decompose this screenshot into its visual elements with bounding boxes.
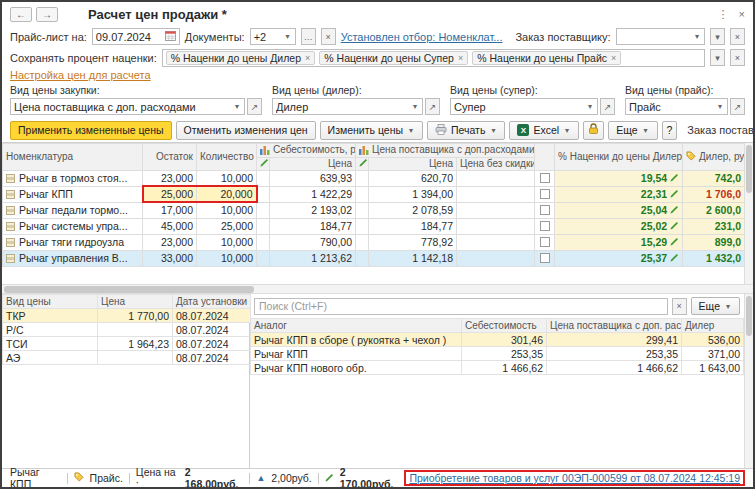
list-item[interactable]: Р/С 08.07.2024 xyxy=(3,323,251,337)
search-input[interactable] xyxy=(254,298,668,315)
menu-icon[interactable]: ⋮ xyxy=(718,8,729,21)
page-title: Расчет цен продажи * xyxy=(88,7,227,22)
documents-select[interactable]: +2 ▾ xyxy=(250,28,296,45)
markup-tags-row: Сохранять процент наценки: % Наценки до … xyxy=(2,47,753,68)
markup-tag[interactable]: % Наценки до цены Прайс × xyxy=(472,51,621,65)
help-button[interactable]: ? xyxy=(662,121,678,140)
row-checkbox[interactable] xyxy=(540,205,550,215)
col-analog[interactable]: Аналог xyxy=(251,319,462,333)
col-supplier-group[interactable]: Цена поставщика с доп.расходами, руб. xyxy=(356,144,535,158)
table-row[interactable]: Рычаг тяги гидроузла 23,000 10,000 790,0… xyxy=(3,234,745,250)
price-calc-table: Номенклатура Остаток Количество Себестои… xyxy=(2,143,745,267)
open-price-kind-button[interactable]: ↗ xyxy=(600,98,615,115)
col-dealer[interactable]: Дилер, руб. xyxy=(683,144,745,171)
list-item[interactable]: ТКР 1 770,00 08.07.2024 xyxy=(3,309,251,323)
chevron-down-icon[interactable]: ▾ xyxy=(284,32,292,41)
remove-tag-icon[interactable]: × xyxy=(305,53,310,63)
scrollbar-thumb[interactable] xyxy=(4,286,254,293)
pencil-icon xyxy=(325,472,334,484)
search-clear-button[interactable]: × xyxy=(672,298,687,315)
documents-clear-button[interactable]: × xyxy=(321,28,336,45)
list-price-kind-select[interactable]: Прайс ▾ xyxy=(625,98,728,115)
col-cost-edit xyxy=(257,157,270,170)
more-button[interactable]: Еще▾ xyxy=(608,121,657,140)
toolbar: Применить измененные цены Отменить измен… xyxy=(2,118,753,142)
analogs-more-button[interactable]: Еще▾ xyxy=(691,297,740,315)
documents-choose-button[interactable]: … xyxy=(301,28,316,45)
super-price-kind-select[interactable]: Супер ▾ xyxy=(450,98,598,115)
open-price-kind-button[interactable]: ↗ xyxy=(247,98,262,115)
col-cost-group[interactable]: Себестоимость, руб. xyxy=(257,144,356,158)
dealer-price-kind-group: Вид цены (дилер): Дилер ▾ ↗ xyxy=(272,84,440,115)
supplier-order-dropdown-button[interactable]: ▾ xyxy=(710,28,725,45)
markup-tag[interactable]: % Наценки до цены Супер × xyxy=(319,51,468,65)
col-analog-dealer[interactable]: Дилер xyxy=(682,319,744,333)
chevron-down-icon[interactable]: ▾ xyxy=(233,102,241,111)
col-price-no-discount[interactable]: Цена без скидки xyxy=(457,157,535,170)
col-cost-price[interactable]: Цена xyxy=(270,157,356,170)
markup-tags-dropdown-button[interactable]: ▾ xyxy=(710,49,725,66)
cancel-prices-button[interactable]: Отменить изменения цен xyxy=(176,121,316,140)
col-analog-supplier[interactable]: Цена поставщика с доп. расходами xyxy=(547,319,682,333)
row-checkbox[interactable] xyxy=(540,173,550,183)
super-price-kind-label: Вид цены (супер): xyxy=(450,84,615,96)
back-button[interactable]: ← xyxy=(10,7,32,22)
row-checkbox[interactable] xyxy=(540,253,550,263)
col-price[interactable]: Цена xyxy=(98,295,173,309)
purchase-doc-link[interactable]: Приобретение товаров и услуг 00ЭП-000599… xyxy=(404,470,745,486)
col-price-kind[interactable]: Вид цены xyxy=(3,295,98,309)
list-item[interactable]: ТСИ 1 964,23 08.07.2024 xyxy=(3,337,251,351)
chevron-down-icon[interactable]: ▾ xyxy=(716,102,724,111)
scrollbar-thumb[interactable] xyxy=(746,145,752,193)
markup-tags-field[interactable]: % Наценки до цены Дилер × % Наценки до ц… xyxy=(162,49,705,67)
table-row-selected[interactable]: Рычаг управления В... 33,000 10,000 1 21… xyxy=(3,250,745,266)
close-icon[interactable]: × xyxy=(739,8,745,21)
chevron-down-icon[interactable]: ▾ xyxy=(693,32,701,41)
apply-prices-button[interactable]: Применить измененные цены xyxy=(10,121,172,140)
markup-tag[interactable]: % Наценки до цены Дилер × xyxy=(166,51,316,65)
table-row[interactable]: Рычаг системы упра... 45,000 25,000 184,… xyxy=(3,218,745,234)
calendar-icon[interactable] xyxy=(165,30,176,43)
remove-tag-icon[interactable]: × xyxy=(458,53,463,63)
col-date[interactable]: Дата установки xyxy=(173,295,251,309)
row-checkbox[interactable] xyxy=(540,189,550,199)
col-analog-cost[interactable]: Себестоимость xyxy=(462,319,547,333)
col-nomenclature[interactable]: Номенклатура xyxy=(3,144,143,171)
chart-icon xyxy=(260,145,270,155)
change-prices-button[interactable]: Изменить цены▾ xyxy=(320,121,423,140)
row-checkbox[interactable] xyxy=(540,237,550,247)
col-stock[interactable]: Остаток xyxy=(143,144,197,171)
dealer-price-kind-select[interactable]: Дилер ▾ xyxy=(272,98,423,115)
chevron-down-icon[interactable]: ▾ xyxy=(411,102,419,111)
remove-tag-icon[interactable]: × xyxy=(611,53,616,63)
price-list-date-field[interactable]: 09.07.2024 xyxy=(92,28,180,45)
price-list-label: Прайс-лист на: xyxy=(10,31,87,43)
table-row[interactable]: Рычаг педали тормо... 17,000 10,000 2 19… xyxy=(3,202,745,218)
table-row[interactable]: Рычаг КПП 25,000 20,000 1 422,29 1 394,0… xyxy=(3,186,745,202)
purchase-price-kind-select[interactable]: Цена поставщика с доп. расходами ▾ xyxy=(10,98,245,115)
table-row[interactable]: Рычаг в тормоз стоя... 23,000 10,000 639… xyxy=(3,170,745,186)
col-markup[interactable]: % Наценки до цены Дилер xyxy=(555,144,683,171)
forward-button[interactable]: → xyxy=(36,7,58,22)
list-item[interactable]: Рычаг КПП нового обр. 1 466,62 1 466,62 … xyxy=(251,361,744,375)
scrollbar-thumb[interactable] xyxy=(746,296,752,336)
supplier-order-field[interactable]: ▾ xyxy=(616,28,705,45)
markup-tags-clear-button[interactable]: × xyxy=(730,49,745,66)
print-button[interactable]: Печать▾ xyxy=(427,121,505,140)
row-checkbox[interactable] xyxy=(540,221,550,231)
open-price-kind-button[interactable]: ↗ xyxy=(425,98,440,115)
supplier-order-clear-button[interactable]: × xyxy=(730,28,745,45)
list-item[interactable]: Рычаг КПП в сборе ( рукоятка + чехол ) 3… xyxy=(251,333,744,347)
col-quantity[interactable]: Количество xyxy=(197,144,257,171)
delta-up-icon: ▲ xyxy=(256,473,265,483)
col-supplier-edit xyxy=(356,157,369,170)
col-supplier-price[interactable]: Цена xyxy=(369,157,457,170)
excel-button[interactable]: X Excel▾ xyxy=(509,121,579,140)
open-price-kind-button[interactable]: ↗ xyxy=(730,98,745,115)
filter-link[interactable]: Установлен отбор: Номенклат... xyxy=(341,31,503,43)
lock-button[interactable] xyxy=(583,121,604,140)
list-item[interactable]: АЭ 08.07.2024 xyxy=(3,351,251,365)
list-item[interactable]: Рычаг КПП 253,35 253,35 371,00 xyxy=(251,347,744,361)
chevron-down-icon[interactable]: ▾ xyxy=(586,102,594,111)
price-settings-link[interactable]: Настройка цен для расчета xyxy=(2,68,159,82)
